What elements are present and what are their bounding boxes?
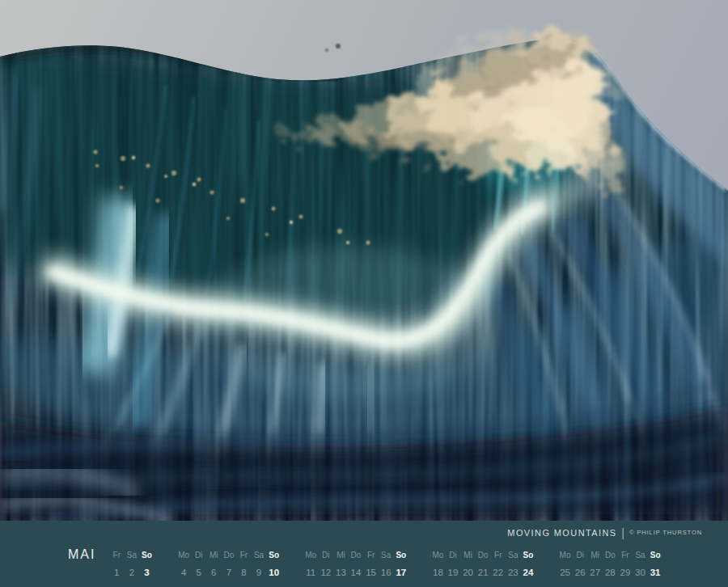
- date-number: 29: [618, 568, 633, 577]
- date-number: 7: [222, 568, 237, 577]
- spray-fleck: [325, 49, 328, 52]
- day-column: Sa 16: [379, 551, 394, 577]
- day-label: Mo: [176, 551, 192, 560]
- day-label: Sa: [633, 551, 648, 560]
- date-number: 10: [266, 568, 281, 577]
- calendar-page: MOVING MOUNTAINS | © PHILIP THURSTON MAI…: [0, 0, 728, 587]
- date-number: 28: [603, 568, 618, 577]
- day-column-sunday: So 3: [139, 551, 154, 577]
- day-label: Sa: [252, 551, 267, 560]
- date-number: 6: [206, 568, 222, 577]
- date-number: 27: [587, 568, 603, 577]
- day-column: Fr 15: [363, 551, 379, 577]
- day-label: Fr: [618, 551, 633, 560]
- date-number: 30: [633, 568, 648, 577]
- credit-separator: |: [622, 526, 624, 539]
- day-column: Mo 11: [303, 551, 319, 577]
- day-column: Mo 25: [557, 551, 573, 577]
- day-label: Mo: [430, 551, 446, 560]
- day-column: Fr 8: [236, 551, 252, 577]
- day-label: Mo: [557, 551, 573, 560]
- date-number: 18: [430, 568, 446, 577]
- day-column: Do 21: [476, 551, 491, 577]
- day-column: Di 5: [191, 551, 206, 577]
- day-column: Do 7: [222, 551, 237, 577]
- calendar-weeks: Fr 1 Sa 2 So 3 Mo 4 Di 5 Mi 6: [109, 551, 662, 577]
- day-label: So: [394, 551, 409, 560]
- day-column: Mi 13: [333, 551, 349, 577]
- week-group-1: Fr 1 Sa 2 So 3: [109, 551, 154, 577]
- day-label: Do: [349, 551, 364, 560]
- date-number: 9: [252, 568, 267, 577]
- date-number: 26: [573, 568, 588, 577]
- date-number: 21: [476, 568, 491, 577]
- day-column: Mi 6: [206, 551, 222, 577]
- day-column: Di 19: [446, 551, 461, 577]
- day-column: Mi 27: [587, 551, 603, 577]
- date-number: 13: [333, 568, 349, 577]
- date-number: 31: [648, 568, 663, 577]
- day-column: Mo 18: [430, 551, 446, 577]
- day-column: Di 26: [573, 551, 588, 577]
- day-label: Di: [319, 551, 334, 560]
- day-column: Sa 9: [252, 551, 267, 577]
- day-label: Do: [476, 551, 491, 560]
- month-label: MAI: [68, 547, 95, 562]
- date-number: 8: [236, 568, 252, 577]
- week-group-4: Mo 18 Di 19 Mi 20 Do 21 Fr 22 Sa 23: [430, 551, 535, 577]
- date-number: 3: [139, 568, 154, 577]
- day-label: So: [521, 551, 536, 560]
- wave-photo: [0, 0, 728, 521]
- date-number: 14: [349, 568, 364, 577]
- day-column: Fr 1: [109, 551, 125, 577]
- day-label: Mi: [587, 551, 603, 560]
- date-number: 24: [521, 568, 536, 577]
- day-label: Sa: [506, 551, 521, 560]
- week-group-3: Mo 11 Di 12 Mi 13 Do 14 Fr 15 Sa 16: [303, 551, 408, 577]
- photo-title: MOVING MOUNTAINS: [507, 528, 616, 538]
- day-label: Fr: [236, 551, 252, 560]
- day-label: Fr: [363, 551, 379, 560]
- day-column-sunday: So 17: [394, 551, 409, 577]
- day-label: Mi: [333, 551, 349, 560]
- date-number: 23: [506, 568, 521, 577]
- day-label: So: [139, 551, 154, 560]
- day-label: So: [266, 551, 281, 560]
- date-number: 19: [446, 568, 461, 577]
- day-label: Di: [191, 551, 206, 560]
- week-group-5: Mo 25 Di 26 Mi 27 Do 28 Fr 29 Sa 30: [557, 551, 662, 577]
- calendar-bar: MOVING MOUNTAINS | © PHILIP THURSTON MAI…: [0, 521, 728, 587]
- day-label: So: [648, 551, 663, 560]
- date-number: 17: [394, 568, 409, 577]
- date-number: 2: [125, 568, 140, 577]
- date-number: 22: [490, 568, 506, 577]
- photo-credit-line: MOVING MOUNTAINS | © PHILIP THURSTON: [507, 526, 702, 538]
- day-label: Mi: [460, 551, 476, 560]
- day-column: Sa 2: [125, 551, 140, 577]
- date-number: 1: [109, 568, 125, 577]
- day-label: Di: [446, 551, 461, 560]
- date-number: 16: [379, 568, 394, 577]
- day-column: Mi 20: [460, 551, 476, 577]
- day-label: Fr: [490, 551, 506, 560]
- day-column: Sa 23: [506, 551, 521, 577]
- day-column: Do 28: [603, 551, 618, 577]
- day-column-sunday: So 10: [266, 551, 281, 577]
- day-label: Do: [603, 551, 618, 560]
- day-column-sunday: So 31: [648, 551, 663, 577]
- day-column: Fr 22: [490, 551, 506, 577]
- day-label: Mo: [303, 551, 319, 560]
- photographer-credit: © PHILIP THURSTON: [629, 529, 702, 536]
- day-column: Fr 29: [618, 551, 633, 577]
- day-label: Sa: [379, 551, 394, 560]
- day-column-sunday: So 24: [521, 551, 536, 577]
- week-group-2: Mo 4 Di 5 Mi 6 Do 7 Fr 8 Sa 9: [176, 551, 281, 577]
- day-label: Sa: [125, 551, 140, 560]
- day-label: Do: [222, 551, 237, 560]
- day-column: Mo 4: [176, 551, 192, 577]
- day-label: Fr: [109, 551, 125, 560]
- date-number: 20: [460, 568, 476, 577]
- day-column: Sa 30: [633, 551, 648, 577]
- day-label: Di: [573, 551, 588, 560]
- wave-photo-illustration: [0, 0, 728, 521]
